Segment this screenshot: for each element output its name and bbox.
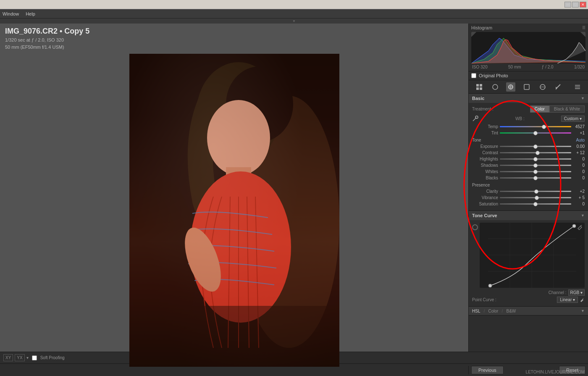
right-panel: Histogram ☰ [468, 24, 588, 352]
photo-canvas [0, 52, 468, 370]
grid-tool-icon[interactable] [475, 82, 484, 92]
temp-slider-track[interactable] [500, 126, 571, 127]
basic-panel-title: Basic [472, 96, 484, 101]
histogram-meta: ISO 320 50 mm ƒ / 2.0 1/320 [471, 65, 585, 69]
settings-icon[interactable] [573, 82, 582, 92]
svg-rect-9 [129, 306, 339, 367]
curve-pencil-icon[interactable] [580, 297, 585, 302]
highlights-slider-row: Highlights 0 [472, 157, 585, 161]
contrast-slider-thumb[interactable] [536, 151, 540, 155]
photo-image [129, 54, 339, 367]
tint-slider-thumb[interactable] [533, 131, 538, 135]
top-drag-handle[interactable]: ▼ [0, 18, 588, 24]
channel-row: Channel : RGB ▾ [472, 289, 585, 296]
watermark: LETOHIN.LIVEJOURNAL.COM [526, 370, 585, 374]
contrast-label: Contrast [472, 150, 498, 155]
hist-focal: 50 mm [508, 65, 521, 69]
shadows-slider-track[interactable] [500, 165, 571, 166]
vibrance-slider-thumb[interactable] [535, 196, 539, 200]
clarity-slider-thumb[interactable] [534, 189, 538, 194]
hsl-tab3[interactable]: B&W [506, 309, 516, 313]
exposure-slider-track[interactable] [500, 146, 571, 147]
iso-value: ISO 320 [47, 37, 64, 42]
hsl-section: HSL / Color / B&W ▼ [469, 307, 588, 316]
eyedropper-icon[interactable] [472, 115, 479, 122]
spot-removal-icon[interactable] [506, 82, 515, 92]
histogram-canvas [471, 32, 585, 63]
photo-info: IMG_9076.CR2 • Copy 5 1/320 sec at ƒ / 2… [0, 24, 468, 52]
histogram-menu-icon[interactable]: ☰ [582, 26, 585, 30]
highlights-slider-track[interactable] [500, 158, 571, 160]
photo-metadata: 1/320 sec at ƒ / 2.0, ISO 320 50 mm (EF5… [5, 37, 463, 50]
original-photo-checkbox[interactable] [471, 73, 476, 78]
saturation-slider-track[interactable] [500, 203, 571, 205]
shadows-slider-thumb[interactable] [533, 163, 538, 168]
photo-svg [129, 54, 339, 367]
maximize-button[interactable]: □ [572, 2, 579, 8]
point-curve-value[interactable]: Linear ▾ [557, 297, 578, 303]
redeye-icon[interactable] [522, 82, 531, 92]
main-content: IMG_9076.CR2 • Copy 5 1/320 sec at ƒ / 2… [0, 24, 588, 352]
hsl-separator2: / [501, 308, 503, 313]
basic-panel-content: Treatment : Color Black & White WB : Cus… [469, 103, 588, 210]
tone-subheader: Tone Auto [472, 138, 585, 142]
photo-view-panel: IMG_9076.CR2 • Copy 5 1/320 sec at ƒ / 2… [0, 24, 468, 352]
tone-curve-section: Tone Curve ▼ [469, 211, 588, 307]
saturation-slider-thumb[interactable] [533, 202, 538, 206]
histogram-section: Histogram ☰ [469, 24, 588, 71]
bw-treatment-btn[interactable]: Black & White [549, 105, 585, 113]
color-treatment-btn[interactable]: Color [530, 105, 549, 113]
whites-slider-track[interactable] [500, 171, 571, 172]
svg-rect-16 [480, 87, 482, 90]
original-photo-row: Original Photo [469, 71, 588, 80]
channel-select[interactable]: RGB ▾ [568, 289, 585, 296]
menu-window[interactable]: Window [3, 11, 19, 16]
temp-value: 4527 [573, 124, 585, 129]
vibrance-slider-track[interactable] [500, 197, 571, 198]
svg-point-17 [493, 84, 498, 89]
wb-label: WB : [515, 116, 525, 121]
vibrance-label: Vibrance [472, 195, 498, 200]
minimize-button[interactable]: ─ [564, 2, 571, 8]
blacks-slider-track[interactable] [500, 177, 571, 179]
tone-curve-title: Tone Curve [472, 213, 497, 218]
previous-button[interactable]: Previous [471, 366, 504, 374]
tone-curve-header[interactable]: Tone Curve ▼ [469, 211, 588, 220]
adjustment-brush-icon[interactable] [554, 82, 563, 92]
whites-value: 0 [573, 169, 585, 174]
clarity-slider-row: Clarity +2 [472, 189, 585, 194]
hist-iso: ISO 320 [472, 65, 488, 69]
clarity-value: +2 [573, 189, 585, 194]
svg-rect-13 [476, 84, 479, 87]
curve-edit-icon[interactable] [577, 224, 583, 231]
crop-tool-icon[interactable] [491, 82, 500, 92]
exposure-slider-thumb[interactable] [533, 145, 538, 149]
temp-slider-thumb[interactable] [542, 125, 546, 129]
blacks-label: Blacks [472, 176, 498, 180]
aperture-value: ƒ / 2.0, [32, 37, 46, 42]
blacks-slider-thumb[interactable] [533, 176, 538, 180]
hsl-separator1: / [483, 308, 485, 313]
basic-panel-header[interactable]: Basic ▼ [469, 94, 588, 103]
treatment-buttons: Color Black & White [530, 105, 585, 113]
menu-help[interactable]: Help [26, 11, 35, 16]
presence-title: Presence [472, 183, 490, 187]
wb-value[interactable]: Custom ▾ [561, 116, 585, 122]
photo-filename: IMG_9076.CR2 • Copy 5 [5, 27, 463, 36]
close-button[interactable]: ✕ [580, 2, 586, 8]
clarity-slider-track[interactable] [500, 191, 571, 192]
hsl-arrow: ▼ [581, 309, 585, 313]
whites-slider-thumb[interactable] [533, 170, 538, 174]
contrast-slider-track[interactable] [500, 152, 571, 153]
auto-btn[interactable]: Auto [576, 138, 585, 142]
hsl-tab1[interactable]: HSL [472, 309, 480, 313]
tone-curve-svg [480, 223, 585, 288]
treatment-label: Treatment : [472, 107, 497, 111]
highlights-slider-thumb[interactable] [533, 157, 538, 161]
tone-curve-target-icon[interactable] [472, 224, 478, 230]
graduated-filter-icon[interactable] [538, 82, 547, 92]
tone-curve-canvas[interactable] [480, 223, 585, 288]
shutter-speed: 1/320 sec at [5, 37, 30, 42]
hsl-tab2[interactable]: Color [488, 309, 499, 313]
tint-slider-track[interactable] [500, 132, 571, 134]
